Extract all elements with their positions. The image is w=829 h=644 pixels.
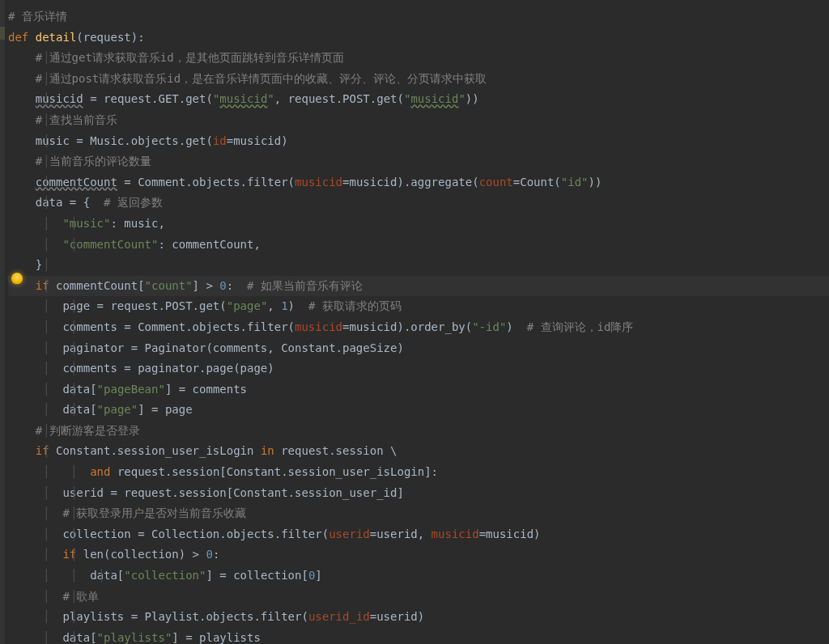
code-line[interactable]: │ if Constant.session_user_isLogin in re…	[8, 441, 829, 462]
code-line[interactable]: │ # 通过post请求获取音乐id，是在音乐详情页面中的收藏、评分、评论、分页…	[8, 69, 829, 90]
code-line[interactable]: │ }	[8, 255, 829, 276]
code-line[interactable]: ││ collection = Collection.objects.filte…	[8, 524, 829, 545]
code-line[interactable]: ││ comments = Comment.objects.filter(mus…	[8, 317, 829, 338]
code-line[interactable]: ││ data["page"] = page	[8, 400, 829, 421]
code-line[interactable]: ││ userid = request.session[Constant.ses…	[8, 483, 829, 504]
code-line[interactable]: │││ data["collection"] = collection[0]	[8, 566, 829, 587]
code-line[interactable]: │ # 当前音乐的评论数量	[8, 151, 829, 172]
code-line[interactable]: │ commentCount = Comment.objects.filter(…	[8, 172, 829, 193]
code-line[interactable]: │ # 通过get请求获取音乐id，是其他页面跳转到音乐详情页面	[8, 48, 829, 69]
intention-bulb[interactable]	[11, 273, 24, 286]
code-line[interactable]: ││ comments = paginator.page(page)	[8, 358, 829, 379]
lightbulb-icon	[11, 273, 23, 284]
code-line[interactable]: ││ # 歌单	[8, 587, 829, 608]
code-line[interactable]: ││ and request.session[Constant.session_…	[8, 462, 829, 483]
code-line[interactable]: │ music = Music.objects.get(id=musicid)	[8, 131, 829, 152]
code-editor[interactable]: # 音乐详情 def detail(request): │ # 通过get请求获…	[0, 0, 829, 644]
code-line[interactable]: ││ page = request.POST.get("page", 1) # …	[8, 296, 829, 317]
code-line[interactable]: ││ data["playlists"] = playlists	[8, 628, 829, 644]
code-line[interactable]: ││ playlists = Playlist.objects.filter(u…	[8, 607, 829, 628]
code-line-current[interactable]: │ if commentCount["count"] > 0: # 如果当前音乐…	[8, 276, 829, 297]
code-line[interactable]: ││ paginator = Paginator(comments, Const…	[8, 338, 829, 359]
code-line[interactable]: │ data = { # 返回参数	[8, 193, 829, 214]
code-line[interactable]: def detail(request):	[8, 28, 829, 49]
code-line[interactable]: # 音乐详情	[8, 6, 829, 28]
code-line[interactable]: ││ if len(collection) > 0:	[8, 544, 829, 566]
code-line[interactable]: │ # 判断游客是否登录	[8, 421, 829, 442]
code-line[interactable]: ││ data["pageBean"] = comments	[8, 379, 829, 400]
code-line[interactable]: ││ # 获取登录用户是否对当前音乐收藏	[8, 503, 829, 524]
code-line[interactable]: ││ "commentCount": commentCount,	[8, 235, 829, 256]
code-line[interactable]: │ musicid = request.GET.get("musicid", r…	[8, 89, 829, 110]
code-line[interactable]: │ # 查找当前音乐	[8, 110, 829, 131]
code-line[interactable]: ││ "music": music,	[8, 214, 829, 235]
